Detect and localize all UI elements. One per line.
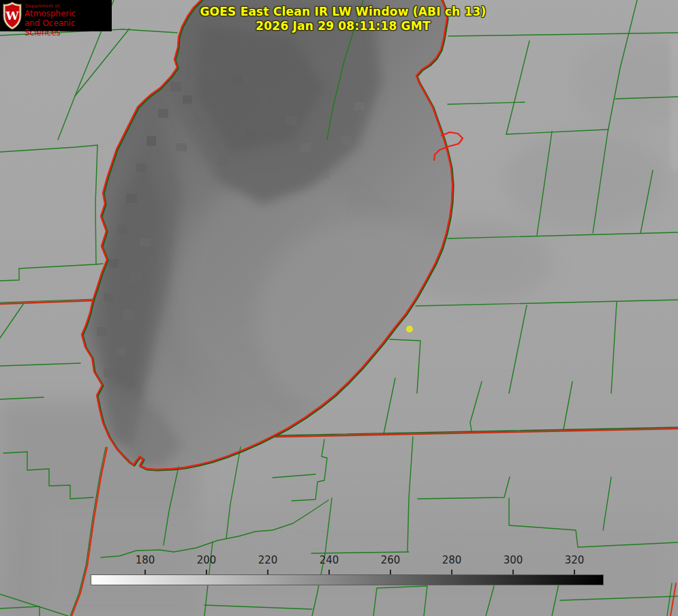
- colorbar-tick-label: 260: [370, 554, 411, 566]
- colorbar-tick: [451, 570, 452, 574]
- colorbar-tick: [267, 570, 268, 574]
- colorbar-tick: [206, 570, 207, 574]
- colorbar-tick-label: 220: [247, 554, 288, 566]
- org-logo: W Department of Atmospheric and Oceanic …: [0, 0, 112, 31]
- temperature-colorbar: 180 200 220 240 260 280 300 320: [91, 574, 604, 585]
- colorbar-gradient: [91, 574, 604, 585]
- satellite-map-viewer: W Department of Atmospheric and Oceanic …: [0, 0, 678, 616]
- logo-dept-text: Department of: [25, 3, 59, 9]
- colorbar-tick-label: 180: [125, 554, 166, 566]
- colorbar-tick-label: 240: [309, 554, 350, 566]
- logo-line1-text: Atmospheric: [25, 9, 76, 18]
- location-marker-dot: [406, 326, 413, 333]
- colorbar-tick-label: 320: [554, 554, 595, 566]
- svg-text:W: W: [5, 9, 19, 22]
- colorbar-tick: [328, 570, 330, 574]
- colorbar-tick-label: 300: [493, 554, 534, 566]
- uw-crest-icon: W: [2, 1, 22, 30]
- colorbar-tick: [512, 570, 514, 574]
- colorbar-tick-label: 200: [186, 554, 227, 566]
- colorbar-tick: [574, 570, 575, 574]
- lake-region: [82, 0, 487, 470]
- colorbar-tick: [144, 570, 146, 574]
- map-canvas[interactable]: [0, 0, 678, 616]
- colorbar-tick-label: 280: [431, 554, 472, 566]
- colorbar-tick: [390, 570, 391, 574]
- logo-line2-text: and Oceanic Sciences: [25, 18, 112, 37]
